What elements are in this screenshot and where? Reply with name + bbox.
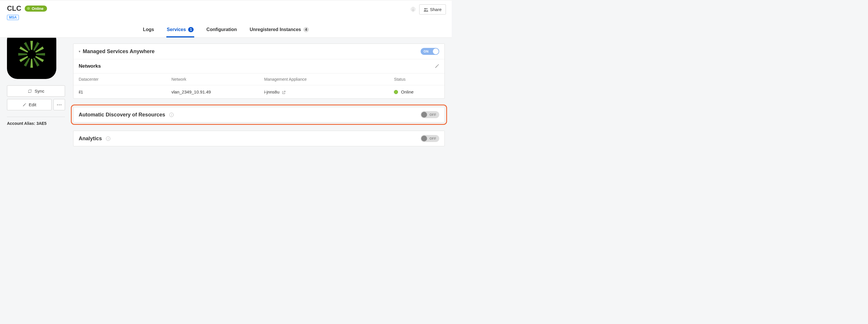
sync-button[interactable]: Sync bbox=[7, 85, 65, 97]
msa-tag: MSA bbox=[7, 15, 19, 20]
tab-logs[interactable]: Logs bbox=[142, 24, 154, 37]
pencil-icon bbox=[22, 103, 26, 107]
networks-table: Datacenter Network Management Appliance … bbox=[73, 73, 444, 98]
share-button[interactable]: Share bbox=[419, 4, 446, 14]
external-link-icon bbox=[282, 91, 286, 94]
unregistered-count-badge: 4 bbox=[303, 27, 309, 32]
panel-discovery-title: Automatic Discovery of Resources bbox=[79, 112, 165, 118]
status-badge: Online bbox=[25, 5, 47, 11]
tab-unregistered-label: Unregistered Instances bbox=[250, 27, 301, 32]
settings-gear-icon[interactable] bbox=[410, 6, 416, 13]
edit-button[interactable]: Edit bbox=[7, 99, 52, 110]
panel-analytics-title: Analytics bbox=[79, 136, 102, 142]
table-header-row: Datacenter Network Management Appliance … bbox=[73, 73, 444, 85]
status-text: Online bbox=[401, 89, 413, 94]
tab-logs-label: Logs bbox=[143, 27, 154, 32]
sync-icon bbox=[28, 89, 32, 93]
panel-managed-services: ▾ Managed Services Anywhere ON Networks bbox=[73, 43, 445, 99]
title-row: CLC Online bbox=[7, 4, 445, 12]
page-title: CLC bbox=[7, 4, 21, 12]
tab-configuration-label: Configuration bbox=[207, 27, 237, 32]
networks-header: Networks bbox=[73, 59, 444, 73]
main-column: ▾ Managed Services Anywhere ON Networks bbox=[73, 30, 445, 154]
top-bar: CLC Online MSA Share Logs Services 1 bbox=[0, 0, 452, 38]
svg-point-5 bbox=[61, 104, 62, 105]
toggle-knob bbox=[421, 112, 427, 118]
account-alias: Account Alias: 3AE5 bbox=[7, 121, 65, 126]
info-icon[interactable]: i bbox=[169, 113, 174, 117]
col-network: Network bbox=[166, 73, 259, 85]
centurylink-icon bbox=[16, 38, 48, 70]
sidebar-divider bbox=[7, 117, 65, 117]
panel-analytics-header: Analytics i OFF bbox=[73, 131, 444, 146]
tab-services[interactable]: Services 1 bbox=[166, 24, 194, 37]
share-button-label: Share bbox=[430, 7, 441, 12]
status-dot-icon bbox=[394, 90, 398, 94]
networks-edit-button[interactable] bbox=[435, 64, 439, 68]
msa-toggle-label: ON bbox=[424, 50, 429, 53]
discovery-toggle-label: OFF bbox=[430, 113, 437, 116]
pencil-icon bbox=[435, 64, 439, 68]
cell-status: Online bbox=[389, 85, 444, 99]
ellipsis-icon bbox=[57, 104, 62, 106]
svg-point-3 bbox=[57, 104, 58, 105]
content: Sync Edit Account Alias: 3AE5 ▾ bbox=[0, 24, 452, 166]
tabs: Logs Services 1 Configuration Unregister… bbox=[7, 24, 445, 37]
svg-point-4 bbox=[59, 104, 60, 105]
panel-msa-header: ▾ Managed Services Anywhere ON bbox=[73, 44, 444, 59]
toggle-knob bbox=[433, 49, 439, 54]
tab-unregistered-instances[interactable]: Unregistered Instances 4 bbox=[249, 24, 309, 37]
panel-msa-title: Managed Services Anywhere bbox=[83, 49, 154, 55]
networks-title: Networks bbox=[79, 63, 101, 69]
toggle-knob bbox=[421, 136, 427, 141]
svg-point-2 bbox=[426, 8, 427, 9]
edit-row: Edit bbox=[7, 99, 65, 110]
msa-toggle[interactable]: ON bbox=[421, 48, 439, 55]
cell-appliance: i-jnns8u bbox=[259, 85, 389, 99]
col-appliance: Management Appliance bbox=[259, 73, 389, 85]
svg-point-0 bbox=[412, 9, 414, 10]
tab-services-label: Services bbox=[167, 27, 186, 32]
tab-configuration[interactable]: Configuration bbox=[206, 24, 238, 37]
panel-analytics: Analytics i OFF bbox=[73, 131, 445, 146]
top-actions: Share bbox=[410, 4, 446, 14]
panel-discovery-header: Automatic Discovery of Resources i OFF bbox=[73, 107, 444, 122]
table-row: il1 vlan_2349_10.91.49 i-jnns8u bbox=[73, 85, 444, 99]
info-icon[interactable]: i bbox=[106, 137, 110, 141]
analytics-toggle-label: OFF bbox=[430, 137, 437, 140]
more-button[interactable] bbox=[54, 99, 65, 110]
appliance-external-link[interactable] bbox=[282, 91, 286, 94]
col-status: Status bbox=[389, 73, 444, 85]
analytics-toggle[interactable]: OFF bbox=[421, 135, 439, 142]
cell-datacenter: il1 bbox=[73, 85, 166, 99]
sync-button-label: Sync bbox=[35, 89, 44, 93]
appliance-id: i-jnns8u bbox=[264, 89, 280, 94]
cell-network: vlan_2349_10.91.49 bbox=[166, 85, 259, 99]
col-datacenter: Datacenter bbox=[73, 73, 166, 85]
caret-down-icon[interactable]: ▾ bbox=[79, 49, 81, 53]
status-badge-label: Online bbox=[32, 6, 43, 11]
panel-auto-discovery: Automatic Discovery of Resources i OFF bbox=[73, 107, 445, 122]
services-count-badge: 1 bbox=[188, 27, 194, 32]
people-icon bbox=[424, 7, 428, 11]
sidebar: Sync Edit Account Alias: 3AE5 bbox=[7, 30, 65, 126]
svg-point-1 bbox=[425, 8, 426, 9]
edit-button-label: Edit bbox=[29, 102, 36, 107]
discovery-toggle[interactable]: OFF bbox=[421, 111, 439, 118]
